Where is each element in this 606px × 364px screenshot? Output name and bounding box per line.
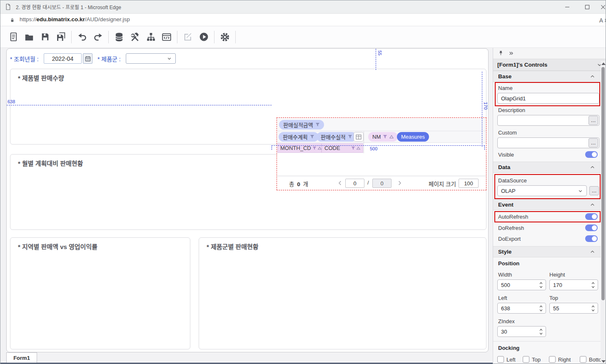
column-field-label: 판매수실적 <box>321 133 346 141</box>
hierarchy-button[interactable] <box>143 30 159 44</box>
column-field-pill[interactable]: 판매수계획 <box>279 132 319 142</box>
nm-field-pill[interactable]: NM <box>368 132 398 142</box>
value-field-pill[interactable]: 판매실적금액 <box>279 120 324 130</box>
doexport-toggle[interactable] <box>585 235 598 242</box>
settings-icon <box>219 32 230 42</box>
description-input[interactable] <box>497 115 599 126</box>
url-text[interactable]: https://edu.bimatrix.co.kr/AUD/designer.… <box>20 16 130 22</box>
custom-input[interactable] <box>497 137 599 148</box>
measures-label: Measures <box>401 134 425 140</box>
section-data[interactable]: Data <box>493 162 601 173</box>
product-select[interactable] <box>126 53 176 64</box>
pin-icon[interactable] <box>497 50 504 57</box>
close-button[interactable] <box>594 0 606 14</box>
code-view-button[interactable] <box>159 30 175 44</box>
measures-pill[interactable]: Measures <box>397 132 429 142</box>
prev-page-button[interactable] <box>337 180 343 186</box>
top-label: Top <box>549 295 558 301</box>
new-document-button[interactable] <box>5 30 21 44</box>
settings-button[interactable] <box>217 30 233 44</box>
panel-region-sales-vs-profit[interactable]: * 지역별 판매액 vs 영업이익률 <box>10 237 190 349</box>
datasource-button[interactable] <box>111 30 127 44</box>
grid-value-row: 판매실적금액 <box>277 118 486 131</box>
undo-button[interactable] <box>74 30 90 44</box>
guide-tick <box>484 145 485 150</box>
redo-button[interactable] <box>90 30 106 44</box>
filter-icon[interactable] <box>312 146 317 150</box>
row-field-cell[interactable]: CODE <box>322 143 363 153</box>
datasource-select[interactable]: OLAP <box>497 185 587 196</box>
custom-ellipsis-button[interactable]: … <box>589 138 598 147</box>
current-page-input[interactable] <box>345 179 364 188</box>
dock-right-checkbox[interactable] <box>549 356 556 363</box>
visible-toggle[interactable] <box>585 151 598 158</box>
dock-top-checkbox[interactable] <box>523 356 529 363</box>
autorefresh-toggle[interactable] <box>585 213 598 220</box>
panel-product-group-sales[interactable]: * 제품군별 판매현황 <box>199 237 486 349</box>
designer-toolbar <box>0 26 606 48</box>
sort-icon[interactable] <box>389 135 394 139</box>
controls-header[interactable]: [Form1]'s Controls <box>493 59 606 71</box>
top-stepper[interactable] <box>591 304 595 312</box>
toolbar-separator <box>71 31 72 43</box>
save-all-button[interactable] <box>53 30 69 44</box>
width-stepper[interactable] <box>539 281 543 289</box>
filter-icon[interactable] <box>310 135 314 139</box>
toolbar-separator <box>235 31 236 43</box>
date-input[interactable] <box>44 53 82 64</box>
filter-icon[interactable] <box>351 146 355 150</box>
guide-left-value: 638 <box>7 99 15 104</box>
open-folder-button[interactable] <box>21 30 37 44</box>
column-field-pill[interactable]: 판매수실적 <box>317 132 357 142</box>
docking-label: Docking <box>498 345 519 351</box>
collapse-panel-icon[interactable] <box>508 50 514 57</box>
next-page-button[interactable] <box>397 180 403 186</box>
left-stepper[interactable] <box>539 304 543 312</box>
sort-icon[interactable] <box>318 147 322 150</box>
scroll-up-arrow[interactable] <box>601 62 606 65</box>
lock-icon[interactable] <box>9 17 16 24</box>
database-icon <box>114 32 125 42</box>
filter-icon[interactable] <box>383 135 387 139</box>
dock-bottom-checkbox[interactable] <box>580 356 586 363</box>
layout-split-button[interactable] <box>354 132 364 142</box>
section-base[interactable]: Base <box>493 71 601 82</box>
close-icon <box>599 3 606 11</box>
section-style[interactable]: Style <box>493 246 601 257</box>
form-tab[interactable]: Form1 <box>6 352 37 363</box>
scroll-down-arrow[interactable] <box>601 360 606 363</box>
calendar-button[interactable] <box>83 53 92 64</box>
url-path: /AUD/designer.jsp <box>85 16 130 22</box>
height-stepper[interactable] <box>591 281 595 289</box>
name-input[interactable] <box>497 93 599 104</box>
zindex-stepper[interactable] <box>539 328 543 336</box>
section-base-label: Base <box>498 73 511 80</box>
minimize-icon <box>563 3 571 11</box>
page-size-input[interactable] <box>459 179 479 188</box>
inspector-scrollbar[interactable] <box>601 61 606 364</box>
description-ellipsis-button[interactable]: … <box>589 116 598 125</box>
zindex-label: ZIndex <box>498 318 515 324</box>
datasource-ellipsis-button[interactable]: … <box>589 186 599 195</box>
tools-button[interactable] <box>127 30 143 44</box>
filter-icon[interactable] <box>315 122 320 127</box>
scrollbar-thumb[interactable] <box>601 67 605 300</box>
section-style-label: Style <box>498 249 511 255</box>
toolbar-separator <box>214 31 214 43</box>
dock-left-checkbox[interactable] <box>497 356 504 363</box>
olap-grid-component[interactable]: 판매실적금액 판매수계획 판매수실적 NM Measures <box>277 118 486 189</box>
sort-icon[interactable] <box>357 147 360 150</box>
minimize-button[interactable] <box>558 0 576 14</box>
address-bar[interactable]: https://edu.bimatrix.co.kr/AUD/designer.… <box>0 14 606 26</box>
maximize-icon <box>583 3 591 11</box>
dock-right-label: Right <box>558 357 571 363</box>
row-field-cell[interactable]: MONTH_CD <box>277 143 322 153</box>
dorefresh-toggle[interactable] <box>585 224 598 231</box>
save-button[interactable] <box>37 30 53 44</box>
panel-title: * 월별 계획대비 판매현황 <box>18 159 83 167</box>
run-button[interactable] <box>196 30 212 44</box>
filter-icon[interactable] <box>348 135 352 139</box>
read-aloud-icon[interactable] <box>598 16 606 25</box>
section-event[interactable]: Event <box>493 199 601 210</box>
undo-icon <box>77 32 87 42</box>
